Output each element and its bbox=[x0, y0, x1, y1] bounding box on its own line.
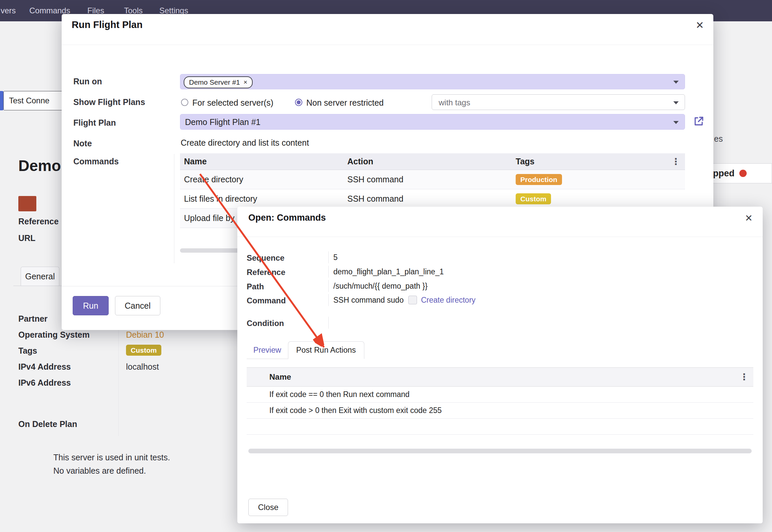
close-icon[interactable]: ✕ bbox=[745, 213, 753, 224]
with-tags-placeholder: with tags bbox=[439, 98, 470, 107]
dialog-title: Run Flight Plan bbox=[72, 19, 143, 30]
dropdown-caret-icon bbox=[673, 121, 679, 124]
post-run-actions-table: Name ⋮ If exit code == 0 then Run next c… bbox=[247, 367, 753, 435]
ipv6-field-label: IPv6 Address bbox=[18, 378, 71, 388]
dropdown-caret-icon bbox=[673, 81, 679, 84]
flight-plan-select[interactable]: Demo Flight Plan #1 bbox=[180, 114, 685, 130]
nav-item-servers-clipped[interactable]: vers bbox=[1, 0, 16, 21]
tag-badge-production: Production bbox=[516, 174, 562, 185]
command-value: SSH command sudo bbox=[333, 296, 404, 305]
table-row[interactable]: If exit code == 0 then Run next command bbox=[247, 387, 753, 403]
with-tags-select[interactable]: with tags bbox=[432, 94, 685, 110]
row-action: SSH command bbox=[343, 175, 512, 184]
dialog-header-divider bbox=[62, 45, 713, 45]
path-value-cell: /such/much/{{ demo_path }} bbox=[328, 280, 567, 292]
server-chip-label: Demo Server #1 bbox=[189, 78, 240, 86]
column-header-action[interactable]: Action bbox=[343, 157, 512, 166]
sequence-label: Sequence bbox=[247, 253, 284, 263]
tags-field-label: Tags bbox=[18, 346, 37, 356]
color-swatch[interactable] bbox=[18, 196, 36, 211]
column-options-icon[interactable]: ⋮ bbox=[740, 372, 753, 382]
reference-value: demo_flight_plan_1_plan_line_1 bbox=[333, 267, 444, 276]
dialog-header-divider bbox=[237, 237, 763, 237]
note-value: Create directory and list its content bbox=[181, 138, 309, 148]
table-row[interactable]: If exit code > 0 then Exit with custom e… bbox=[247, 403, 753, 419]
chip-remove-icon[interactable]: ✕ bbox=[243, 79, 248, 85]
show-flight-plans-label: Show Flight Plans bbox=[73, 97, 145, 107]
external-link-icon[interactable] bbox=[693, 115, 705, 127]
unit-test-note: This server is used in unit tests. bbox=[53, 453, 170, 462]
status-red-dot-icon bbox=[739, 170, 747, 177]
row-name: Create directory bbox=[180, 175, 343, 184]
row-name: List files in directory bbox=[180, 194, 343, 204]
close-button[interactable]: Close bbox=[248, 499, 288, 516]
dropdown-caret-icon bbox=[673, 101, 679, 104]
run-on-label: Run on bbox=[73, 77, 102, 86]
dialog-title: Open: Commands bbox=[248, 213, 326, 223]
reference-field-label: Reference bbox=[18, 217, 59, 226]
test-connection-button[interactable]: Test Conne bbox=[3, 91, 63, 110]
flight-plan-value: Demo Flight Plan #1 bbox=[185, 117, 261, 127]
post-run-table-header: Name ⋮ bbox=[247, 367, 753, 387]
note-label: Note bbox=[73, 139, 92, 148]
sequence-value-cell: 5 bbox=[328, 251, 533, 263]
radio-non-server-restricted-label[interactable]: Non server restricted bbox=[306, 98, 384, 108]
notebook-tabs: Preview Post Run Actions bbox=[247, 341, 364, 359]
commands-label: Commands bbox=[73, 157, 119, 166]
cancel-button[interactable]: Cancel bbox=[115, 296, 160, 315]
command-label: Command bbox=[247, 296, 286, 305]
run-on-select[interactable]: Demo Server #1 ✕ bbox=[180, 74, 685, 89]
tag-badge-custom: Custom bbox=[126, 345, 161, 356]
table-row[interactable]: Create directory SSH command Production bbox=[180, 170, 685, 189]
run-button[interactable]: Run bbox=[73, 296, 109, 315]
path-label: Path bbox=[247, 282, 264, 291]
path-value: /such/much/{{ demo_path }} bbox=[333, 282, 428, 291]
close-icon[interactable]: ✕ bbox=[696, 19, 704, 31]
empty-table-row bbox=[247, 419, 753, 435]
column-header-name[interactable]: Name bbox=[180, 157, 343, 166]
test-connection-label: Test Conne bbox=[9, 96, 49, 105]
radio-for-selected-servers-label[interactable]: For selected server(s) bbox=[192, 98, 273, 108]
server-chip[interactable]: Demo Server #1 ✕ bbox=[184, 76, 253, 88]
application-window: vers Commands Files Tools Settings Test … bbox=[0, 0, 772, 532]
ipv4-value: localhost bbox=[126, 362, 159, 372]
row-name: If exit code > 0 then Exit with custom e… bbox=[265, 406, 753, 415]
table-row[interactable]: List files in directory SSH command Cust… bbox=[180, 189, 685, 209]
partner-field-label: Partner bbox=[18, 314, 48, 324]
tab-general[interactable]: General bbox=[21, 267, 59, 286]
reference-value-cell: demo_flight_plan_1_plan_line_1 bbox=[328, 266, 567, 278]
tag-badge-custom: Custom bbox=[516, 193, 551, 204]
sequence-value: 5 bbox=[333, 253, 338, 262]
tab-general-label: General bbox=[25, 272, 55, 281]
row-name: If exit code == 0 then Run next command bbox=[265, 390, 753, 399]
url-field-label: URL bbox=[18, 233, 35, 243]
flight-plan-label: Flight Plan bbox=[73, 118, 116, 128]
radio-for-selected-servers[interactable] bbox=[181, 99, 188, 106]
tab-preview[interactable]: Preview bbox=[247, 342, 288, 359]
record-title: Demo bbox=[18, 157, 61, 175]
column-header-name[interactable]: Name bbox=[265, 372, 740, 382]
commands-table-header: Name Action Tags ⋮ bbox=[180, 153, 685, 170]
tab-post-run-actions[interactable]: Post Run Actions bbox=[288, 341, 364, 359]
radio-non-server-restricted[interactable] bbox=[295, 99, 302, 106]
field-column-divider bbox=[174, 154, 174, 263]
operating-system-field-label: Operating System bbox=[18, 330, 90, 340]
ipv4-field-label: IPv4 Address bbox=[18, 362, 71, 372]
condition-value-cell bbox=[328, 317, 467, 329]
reference-label: Reference bbox=[247, 268, 285, 277]
open-commands-dialog: Open: Commands ✕ Sequence 5 Reference de… bbox=[237, 207, 763, 523]
status-clipped-label: pped bbox=[713, 168, 735, 179]
column-header-tags[interactable]: Tags bbox=[512, 157, 671, 166]
clipped-primary-button[interactable] bbox=[0, 91, 3, 110]
command-value-cell: SSH command sudo Create directory bbox=[328, 294, 633, 306]
row-action: SSH command bbox=[343, 194, 512, 204]
condition-label: Condition bbox=[247, 319, 284, 328]
variables-note: No variables are defined. bbox=[53, 466, 146, 476]
create-directory-link[interactable]: Create directory bbox=[421, 296, 476, 305]
column-options-icon[interactable]: ⋮ bbox=[671, 156, 685, 167]
operating-system-value-link[interactable]: Debian 10 bbox=[126, 330, 164, 340]
create-directory-checkbox[interactable] bbox=[408, 296, 417, 304]
form-column-divider bbox=[118, 313, 119, 436]
right-clipped-text: es bbox=[714, 134, 723, 144]
horizontal-scrollbar[interactable] bbox=[248, 449, 752, 453]
